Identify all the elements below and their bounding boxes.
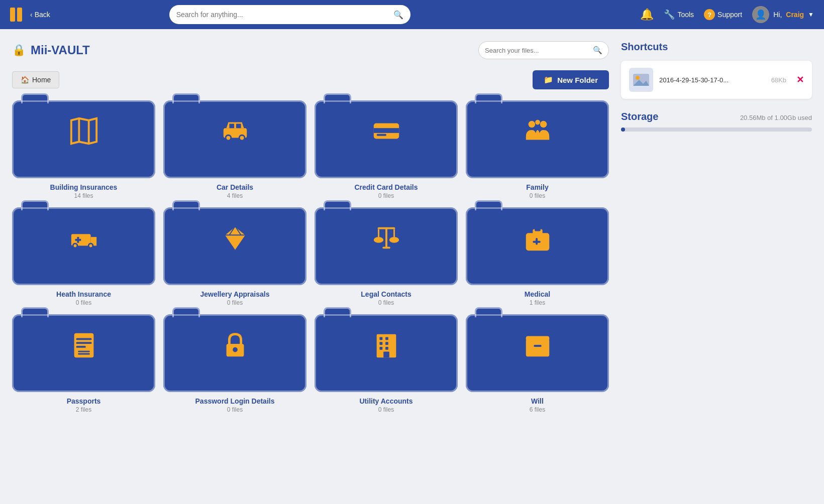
svg-point-32 bbox=[373, 237, 383, 243]
folder-card bbox=[163, 100, 306, 178]
folder-count: 0 files bbox=[378, 406, 394, 413]
folder-count: 0 files bbox=[530, 192, 545, 199]
svg-rect-54 bbox=[385, 342, 388, 345]
folder-count: 0 files bbox=[76, 299, 91, 306]
folder-tab bbox=[21, 93, 49, 103]
folder-count: 1 files bbox=[530, 299, 545, 306]
folder-tab bbox=[172, 200, 200, 210]
lock-icon bbox=[220, 329, 251, 367]
home-label: Home bbox=[32, 76, 51, 84]
folder-name: Passports bbox=[67, 397, 101, 405]
home-button[interactable]: 🏠 Home bbox=[12, 71, 59, 88]
svg-marker-0 bbox=[71, 118, 96, 144]
nav-right: 🔔 🔧 Tools ? Support 👤 Hi, Craig ▼ bbox=[640, 6, 814, 23]
folder-tab bbox=[21, 307, 49, 317]
folder-name: Building Insurances bbox=[50, 183, 118, 191]
storage-bar-fill bbox=[621, 128, 625, 132]
shortcut-filename: 2016-4-29-15-30-17-0... bbox=[659, 76, 765, 84]
box-icon bbox=[522, 329, 553, 367]
tools-label: Tools bbox=[677, 11, 694, 19]
svg-rect-58 bbox=[526, 339, 549, 356]
vault-search[interactable]: 🔍 bbox=[478, 41, 609, 59]
folder-name: Utility Accounts bbox=[359, 397, 413, 405]
svg-point-8 bbox=[240, 136, 244, 140]
chevron-left-icon: ‹ bbox=[30, 11, 33, 19]
folder-tab bbox=[21, 200, 49, 210]
svg-rect-12 bbox=[373, 128, 398, 133]
svg-rect-13 bbox=[376, 134, 386, 136]
home-icon: 🏠 bbox=[21, 76, 29, 84]
global-search[interactable]: 🔍 bbox=[169, 5, 410, 24]
folder-card bbox=[315, 314, 458, 392]
svg-point-14 bbox=[528, 121, 535, 128]
folder-count: 4 files bbox=[227, 192, 243, 199]
shortcuts-title: Shortcuts bbox=[621, 41, 812, 53]
folder-name: Password Login Details bbox=[195, 397, 275, 405]
username: Craig bbox=[786, 11, 804, 19]
folder-count: 14 files bbox=[74, 192, 93, 199]
folder-tab bbox=[172, 93, 200, 103]
folder-item-will[interactable]: Will6 files bbox=[466, 314, 609, 413]
storage-title: Storage bbox=[621, 111, 658, 122]
folder-card bbox=[315, 207, 458, 285]
folder-count: 0 files bbox=[227, 299, 243, 306]
toolbar: 🏠 Home 📁 New Folder bbox=[12, 70, 609, 89]
folder-item-utility-accounts[interactable]: Utility Accounts0 files bbox=[315, 314, 458, 413]
passport-icon bbox=[68, 329, 99, 367]
folder-item-jewellery-appraisals[interactable]: Jewellery Appraisals0 files bbox=[163, 207, 306, 306]
ambulance-icon bbox=[68, 222, 99, 261]
folder-tab bbox=[475, 307, 502, 317]
search-icon: 🔍 bbox=[393, 10, 403, 20]
folder-count: 0 files bbox=[378, 299, 394, 306]
svg-rect-43 bbox=[76, 338, 91, 340]
folder-name: Will bbox=[531, 397, 544, 405]
content-area: 🔒 Mii-VAULT 🔍 🏠 Home 📁 New Folder Buildi… bbox=[12, 41, 609, 492]
folder-card bbox=[466, 100, 609, 178]
shortcut-card[interactable]: 2016-4-29-15-30-17-0... 68Kb ✕ bbox=[621, 61, 812, 99]
diamond-icon bbox=[220, 222, 251, 261]
svg-rect-30 bbox=[385, 227, 387, 249]
folder-item-passports[interactable]: Passports2 files bbox=[12, 314, 155, 413]
svg-rect-60 bbox=[534, 345, 542, 347]
new-folder-button[interactable]: 📁 New Folder bbox=[533, 70, 609, 89]
svg-point-24 bbox=[89, 244, 92, 247]
folder-card bbox=[163, 207, 306, 285]
new-folder-label: New Folder bbox=[557, 76, 598, 84]
tools-menu[interactable]: 🔧 Tools bbox=[664, 9, 694, 20]
folder-name: Medical bbox=[525, 290, 550, 298]
vault-search-input[interactable] bbox=[485, 47, 593, 54]
support-link[interactable]: ? Support bbox=[704, 9, 742, 20]
svg-rect-45 bbox=[76, 346, 85, 348]
notifications-icon[interactable]: 🔔 bbox=[640, 8, 654, 21]
wrench-icon: 🔧 bbox=[664, 9, 675, 20]
folder-tab bbox=[324, 307, 351, 317]
sidebar: Shortcuts 2016-4-29-15-30-17-0... 68Kb ✕… bbox=[621, 41, 812, 492]
svg-rect-56 bbox=[385, 347, 388, 350]
top-nav: ‹ Back 🔍 🔔 🔧 Tools ? Support 👤 Hi, Craig… bbox=[0, 0, 824, 29]
svg-rect-10 bbox=[236, 123, 241, 128]
folder-item-medical[interactable]: Medical1 files bbox=[466, 207, 609, 306]
user-menu[interactable]: 👤 Hi, Craig ▼ bbox=[752, 6, 814, 23]
folder-card bbox=[12, 314, 155, 392]
folder-item-password-login-details[interactable]: Password Login Details0 files bbox=[163, 314, 306, 413]
folder-tab bbox=[324, 93, 351, 103]
folder-item-legal-contacts[interactable]: Legal Contacts0 files bbox=[315, 207, 458, 306]
back-button[interactable]: ‹ Back bbox=[30, 11, 50, 19]
vault-search-icon: 🔍 bbox=[593, 46, 602, 55]
global-search-input[interactable] bbox=[176, 11, 393, 19]
folder-item-family[interactable]: Family0 files bbox=[466, 100, 609, 199]
car-icon bbox=[220, 115, 251, 154]
folder-item-building-insurances[interactable]: Building Insurances14 files bbox=[12, 100, 155, 199]
svg-rect-46 bbox=[78, 351, 89, 352]
svg-point-15 bbox=[540, 121, 547, 128]
folder-item-credit-card-details[interactable]: Credit Card Details0 files bbox=[315, 100, 458, 199]
question-icon: ? bbox=[704, 9, 715, 20]
folder-card bbox=[315, 100, 458, 178]
svg-rect-53 bbox=[379, 342, 382, 345]
folder-add-icon: 📁 bbox=[544, 75, 553, 84]
shortcut-close-button[interactable]: ✕ bbox=[796, 74, 804, 85]
folder-item-heath-insurance[interactable]: Heath Insurance0 files bbox=[12, 207, 155, 306]
folder-item-car-details[interactable]: Car Details4 files bbox=[163, 100, 306, 199]
folder-tab bbox=[172, 307, 200, 317]
svg-rect-59 bbox=[526, 336, 549, 341]
